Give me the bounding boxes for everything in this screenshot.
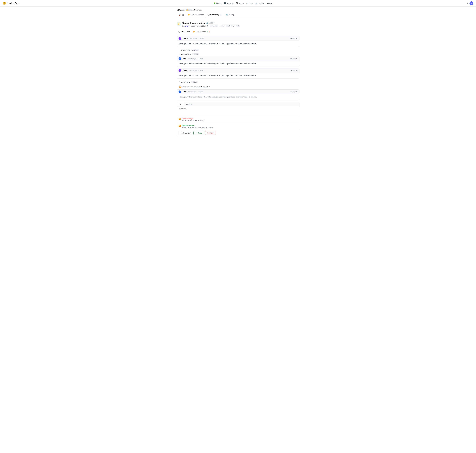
ready-merge-status: 🔀 Ready to merge This branch is ready to… <box>177 123 299 130</box>
comment-4-username[interactable]: victor <box>182 91 186 93</box>
commit-line-2: ⊙ Fix something 7736a03 <box>177 52 299 56</box>
tab-discussion[interactable]: 💬 Discussion <box>177 30 191 34</box>
comment-4-quote[interactable]: quote <box>290 91 294 93</box>
victor-avatar-2: v <box>179 91 181 93</box>
comment-1: j julien-c 9 hours ago · edited quote | … <box>177 36 299 47</box>
tab-files-changed[interactable]: 📂 Files changed +1 -0 <box>191 30 212 34</box>
files-changed-icon: 📂 <box>193 31 195 33</box>
breadcrumb-user[interactable]: victor <box>188 9 192 11</box>
commit-dot-1: ⊙ <box>179 49 180 51</box>
diff-minus: -0 <box>209 31 210 33</box>
brand[interactable]: 🤗 Hugging Face <box>3 2 19 5</box>
pr-title-block: Update Space emoji to 🐋 #1036 by julien-… <box>182 22 299 27</box>
merge-text: victor merged into main on 15 sept 2021 <box>183 86 210 88</box>
tab-community[interactable]: 💬 Community 2 <box>206 13 224 17</box>
comment-3-quote[interactable]: quote <box>290 70 294 71</box>
nav-spaces[interactable]: 🔲 Spaces <box>236 2 244 4</box>
comment-editor: Write Preview 🔀 Cannot merge This branch… <box>177 102 299 136</box>
navbar: 🤗 Hugging Face 🧩 Models 🗄️ Datasets 🔲 Sp… <box>0 0 476 7</box>
close-button[interactable]: ✕ Close <box>205 131 215 135</box>
comment-2-quote[interactable]: quote <box>290 58 294 59</box>
comment-3-edit[interactable]: edit <box>295 70 297 71</box>
nav-solutions[interactable]: 🏢 Solutions <box>255 2 265 4</box>
from-branch-tag: from: julien-patch-1 <box>221 25 240 27</box>
ready-merge-icon: 🔀 <box>179 125 181 127</box>
merge-event: 🔀 victor merged into main on 15 sept 202… <box>177 84 299 89</box>
commit-1-name: change emoji <box>181 49 190 51</box>
merge-icon: 🔀 <box>179 85 182 88</box>
nav-models[interactable]: 🧩 Models <box>214 2 221 4</box>
tab-app[interactable]: 🚀 App <box>177 13 186 17</box>
commit-1-hash[interactable]: 7736a03 <box>191 49 199 51</box>
editor-tab-write[interactable]: Write <box>177 102 184 106</box>
diff-plus: +1 <box>207 31 208 33</box>
merge-button-icon: ✓ <box>196 132 197 134</box>
comment-4-time: 2 hours ago <box>188 91 196 93</box>
cannot-merge-desc: This branch has merge conflict(s) <box>182 120 204 121</box>
spaces-icon: 🔲 <box>236 2 238 4</box>
pr-number: #1036 <box>209 22 215 24</box>
comment-4-edited: edited <box>199 91 203 93</box>
comment-2-actions: quote | edit <box>290 58 297 59</box>
commit-2-name: Fix something <box>181 53 191 55</box>
comment-3-body: Lorem, ipsum dolor sit amet consectetur … <box>177 73 299 78</box>
navbar-right: ≡ V <box>467 1 473 5</box>
cannot-merge-icon: 🔀 <box>179 118 181 120</box>
spaces-breadcrumb-icon: 🔲 <box>177 9 179 11</box>
comment-3-username[interactable]: julien-c <box>182 70 188 71</box>
comment-3-user: j julien-c 2 hours ago · edited <box>179 69 204 72</box>
cannot-merge-text: Cannot merge This branch has merge confl… <box>182 118 204 121</box>
merge-button[interactable]: ✓ Merge <box>193 131 204 135</box>
comment-2-username[interactable]: victor <box>182 58 186 59</box>
diff-badge: +1 -0 <box>207 31 210 33</box>
logo-icon: 🤗 <box>3 2 6 5</box>
comment-4-actions: quote | edit <box>290 91 297 93</box>
comment-3-actions: quote | edit <box>290 70 297 71</box>
pr-author[interactable]: julien-c <box>185 25 189 27</box>
nav-pricing[interactable]: Pricing <box>267 2 272 4</box>
comment-2: v victor 7 hours ago · edited quote | ed… <box>177 56 299 67</box>
base-branch-tag: base: master <box>206 25 218 27</box>
pr-header: 🔀 Update Space emoji to 🐋 #1036 by julie… <box>177 20 299 29</box>
nav-links: 🧩 Models 🗄️ Datasets 🔲 Spaces 📖 Docs 🏢 S… <box>214 2 272 4</box>
user-avatar[interactable]: V <box>469 1 473 5</box>
comment-1-header: j julien-c 9 hours ago · edited quote | … <box>177 36 299 41</box>
breadcrumb-repo: static-test <box>193 9 202 11</box>
comment-button-icon: 💬 <box>181 132 182 134</box>
editor-tabs: Write Preview <box>177 102 299 106</box>
commit-2-hash[interactable]: 7736a03 <box>192 53 199 55</box>
pr-meta: by julien-c · opened 15 sept 2022 base: … <box>182 25 299 27</box>
files-icon: 📂 <box>188 14 190 16</box>
community-icon: 💬 <box>208 14 210 16</box>
comment-1-quote[interactable]: quote <box>290 38 294 39</box>
pr-icon: 🔀 <box>177 22 181 26</box>
comment-2-body: Lorem, ipsum dolor sit amet consectetur … <box>177 61 299 67</box>
comment-2-edit[interactable]: edit <box>295 58 297 59</box>
ready-merge-text: Ready to merge This branch is ready to g… <box>182 124 213 128</box>
comment-textarea[interactable] <box>177 106 299 116</box>
docs-icon: 📖 <box>246 2 248 4</box>
comment-2-user: v victor 7 hours ago · edited <box>179 57 203 60</box>
comment-4: v victor 2 hours ago · edited quote | ed… <box>177 89 299 100</box>
comment-2-header: v victor 7 hours ago · edited quote | ed… <box>177 56 299 61</box>
commit-3-hash[interactable]: 7736a03 <box>191 81 198 83</box>
nav-docs[interactable]: 📖 Docs <box>246 2 252 4</box>
comment-4-user: v victor 2 hours ago · edited <box>179 91 203 93</box>
models-icon: 🧩 <box>214 2 216 4</box>
user-breadcrumb-icon: 🖼️ <box>186 9 188 11</box>
comment-4-edit[interactable]: edit <box>295 91 297 93</box>
tab-files[interactable]: 📂 Files and versions <box>186 13 206 17</box>
menu-icon[interactable]: ≡ <box>467 2 468 4</box>
ready-merge-desc: This branch is ready to get merged autom… <box>182 127 213 128</box>
breadcrumb: 🔲 Spaces: 🖼️ victor / static-test <box>177 9 299 11</box>
comment-1-edit[interactable]: edit <box>295 38 297 39</box>
comment-button[interactable]: 💬 Comment <box>179 131 192 135</box>
tab-settings[interactable]: ⚙️ Settings <box>224 13 236 17</box>
pr-title: Update Space emoji to 🐋 #1036 <box>182 22 299 24</box>
comment-1-username[interactable]: julien-c <box>182 38 188 39</box>
comment-1-actions: quote | edit <box>290 38 297 39</box>
action-row: 💬 Comment ✓ Merge ✕ Close <box>177 130 299 136</box>
nav-datasets[interactable]: 🗄️ Datasets <box>224 2 233 4</box>
victor-avatar-1: v <box>179 57 181 60</box>
editor-tab-preview[interactable]: Preview <box>184 102 194 106</box>
